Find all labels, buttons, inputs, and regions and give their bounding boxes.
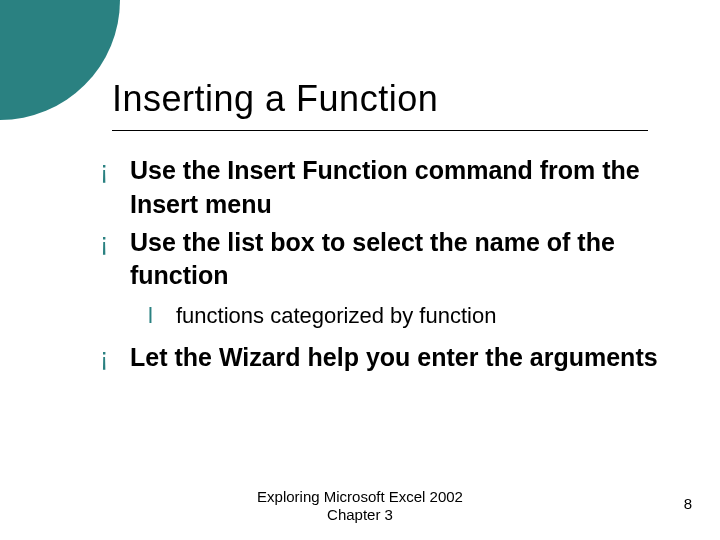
slide-title: Inserting a Function — [112, 78, 438, 120]
footer-line-2: Chapter 3 — [0, 506, 720, 524]
content-area: ¡ Use the Insert Function command from t… — [100, 154, 660, 378]
footer: Exploring Microsoft Excel 2002 Chapter 3 — [0, 488, 720, 524]
title-underline — [112, 130, 648, 131]
list-item-text: functions categorized by function — [176, 301, 496, 331]
list-item: ¡ Use the Insert Function command from t… — [100, 154, 660, 222]
bullet-icon: ¡ — [100, 341, 130, 375]
footer-line-1: Exploring Microsoft Excel 2002 — [0, 488, 720, 506]
list-item-text: Use the Insert Function command from the… — [130, 154, 660, 222]
list-item-text: Let the Wizard help you enter the argume… — [130, 341, 658, 375]
list-item: ¡ Let the Wizard help you enter the argu… — [100, 341, 660, 375]
page-number: 8 — [684, 495, 692, 512]
bullet-icon: ¡ — [100, 226, 130, 260]
bullet-icon: ¡ — [100, 154, 130, 188]
list-item: ¡ Use the list box to select the name of… — [100, 226, 660, 294]
sub-bullet-icon: l — [148, 301, 176, 331]
list-item-text: Use the list box to select the name of t… — [130, 226, 660, 294]
list-item: l functions categorized by function — [148, 301, 660, 331]
corner-decoration — [0, 0, 120, 120]
